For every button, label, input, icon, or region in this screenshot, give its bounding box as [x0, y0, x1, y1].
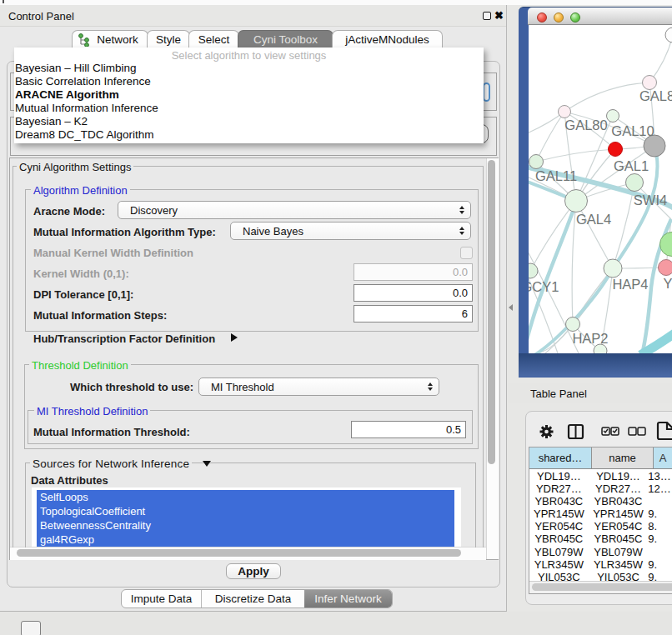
- svg-text:GAL8: GAL8: [639, 88, 672, 103]
- svg-text:GAL80: GAL80: [564, 118, 607, 132]
- svg-text:HAP4: HAP4: [612, 277, 648, 292]
- svg-text:GAL1: GAL1: [614, 158, 649, 173]
- svg-text:Y: Y: [663, 276, 672, 291]
- svg-text:SWI4: SWI4: [634, 192, 667, 208]
- svg-text:GAL11: GAL11: [535, 168, 577, 183]
- svg-text:HAP2: HAP2: [572, 331, 608, 346]
- svg-text:GAL10: GAL10: [611, 123, 654, 138]
- svg-text:GAL4: GAL4: [576, 212, 611, 227]
- svg-text:GCY1: GCY1: [529, 279, 559, 294]
